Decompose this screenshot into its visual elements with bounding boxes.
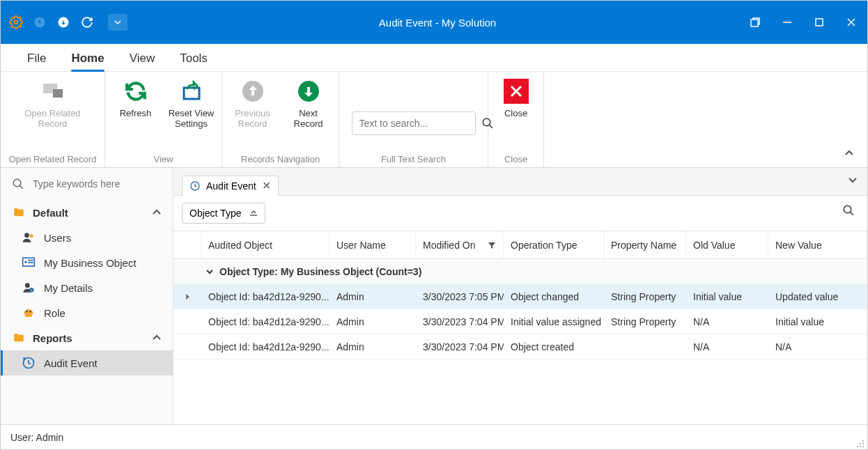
svg-point-38 [862,443,864,444]
cell-user-name: Admin [330,309,416,334]
menu-view[interactable]: View [117,45,168,71]
column-audited-object[interactable]: Audited Object [201,231,330,258]
table-row[interactable]: Object Id: ba42d12a-9290... Admin 3/30/2… [173,334,867,359]
table-row[interactable]: Object Id: ba42d12a-9290... Admin 3/30/2… [173,284,867,309]
chevron-up-icon [152,208,162,217]
grid-search-icon[interactable] [842,204,855,217]
group-row[interactable]: Object Type: My Business Object (Count=3… [173,259,867,284]
audit-event-icon [22,356,36,370]
svg-point-36 [862,446,864,447]
sidebar-item-audit-event[interactable]: Audit Event [1,350,173,375]
svg-point-22 [24,261,26,263]
group-chip-object-type[interactable]: Object Type [182,203,265,224]
window-title: Audit Event - My Solution [136,17,739,29]
collapse-ribbon-icon[interactable] [842,146,856,160]
ribbon-group-view: View [154,153,173,164]
sidebar-group-default[interactable]: Default [1,200,173,225]
full-text-search-input[interactable] [359,118,481,129]
svg-line-18 [20,185,23,189]
svg-point-39 [857,446,858,447]
full-text-search-box[interactable] [352,111,476,135]
column-modified-on[interactable]: Modified On [416,231,504,258]
cell-user-name: Admin [330,334,416,359]
svg-point-25 [25,283,30,288]
cell-operation-type: Object changed [504,284,604,309]
open-related-record-icon [40,79,65,104]
close-window-button[interactable] [835,8,867,36]
filter-icon[interactable] [488,241,496,249]
chevron-up-icon [152,333,162,343]
statusbar: User: Admin [1,424,867,449]
resize-grip-icon[interactable] [856,440,865,448]
content-area: Audit Event ✕ Object Type Audited Object [173,168,867,424]
cell-audited-object: Object Id: ba42d12a-9290... [201,284,330,309]
sidebar-search[interactable] [1,168,173,200]
svg-point-40 [860,443,861,444]
cell-modified-on: 3/30/2023 7:04 PM [416,309,504,334]
sidebar-item-my-details[interactable]: i My Details [1,275,173,300]
next-record-icon [296,79,321,104]
sidebar-group-reports[interactable]: Reports [1,325,173,350]
menu-tools[interactable]: Tools [167,45,220,71]
svg-rect-3 [751,20,758,26]
menu-file[interactable]: File [15,45,59,71]
download-icon[interactable] [56,15,70,29]
maximize-button[interactable] [803,8,835,36]
column-new-value[interactable]: New Value [768,231,867,258]
quickaccess-customize-icon[interactable] [108,14,127,31]
sidebar-item-users[interactable]: Users [1,225,173,250]
cell-new-value: Initial value [768,309,867,334]
chip-label: Object Type [189,208,241,219]
next-record-button[interactable]: Next Record [284,77,334,129]
cell-operation-type: Object created [504,334,604,359]
sidebar-group-reports-label: Reports [33,332,72,344]
column-old-value[interactable]: Old Value [686,231,768,258]
chevron-down-icon[interactable] [848,175,858,185]
cell-modified-on: 3/30/2023 7:05 PM [416,284,504,309]
chip-remove-icon[interactable] [248,208,259,219]
reset-view-icon [179,79,204,104]
chevron-down-icon [206,267,214,276]
svg-line-35 [850,212,853,215]
column-user-name[interactable]: User Name [330,231,416,258]
tab-audit-event[interactable]: Audit Event ✕ [182,176,279,196]
minimize-button[interactable] [771,8,803,36]
reset-view-settings-button[interactable]: Reset View Settings [166,77,217,129]
close-tab-button[interactable]: Close [491,77,541,118]
sidebar-item-label: My Business Object [44,257,137,269]
cell-old-value: N/A [686,334,768,359]
refresh-icon [123,79,148,104]
tab-label: Audit Event [206,180,256,192]
restore-window-icon[interactable] [739,8,771,36]
previous-record-icon [240,79,265,104]
sidebar-search-input[interactable] [33,178,162,189]
sidebar: Default Users My Business Object i My De… [1,168,173,424]
app-gear-icon[interactable] [9,15,23,29]
data-grid: Audited Object User Name Modified On Ope… [173,231,867,359]
refresh-icon-titlebar[interactable] [80,15,94,29]
folder-icon [12,331,26,345]
cell-audited-object: Object Id: ba42d12a-9290... [201,309,330,334]
close-label: Close [504,108,527,118]
svg-point-30 [29,311,31,313]
cell-new-value: N/A [768,334,867,359]
svg-rect-9 [53,89,63,98]
next-record-label: Next Record [284,108,334,129]
svg-rect-5 [816,19,823,26]
cell-user-name: Admin [330,284,416,309]
sidebar-item-my-business-object[interactable]: My Business Object [1,250,173,275]
folder-icon [12,205,26,219]
group-header-label: Object Type: My Business Object (Count=3… [219,266,421,277]
svg-rect-10 [184,88,199,99]
column-property-name[interactable]: Property Name [604,231,686,258]
row-expand-icon[interactable] [173,293,201,300]
sidebar-item-role[interactable]: Role [1,300,173,325]
refresh-button[interactable]: Refresh [111,77,161,118]
role-icon [22,306,36,320]
tab-close-icon[interactable]: ✕ [262,180,271,192]
svg-point-0 [15,21,18,24]
table-row[interactable]: Object Id: ba42d12a-9290... Admin 3/30/2… [173,309,867,334]
cell-property-name [604,334,686,359]
menu-home[interactable]: Home [59,45,116,71]
column-operation-type[interactable]: Operation Type [504,231,604,258]
